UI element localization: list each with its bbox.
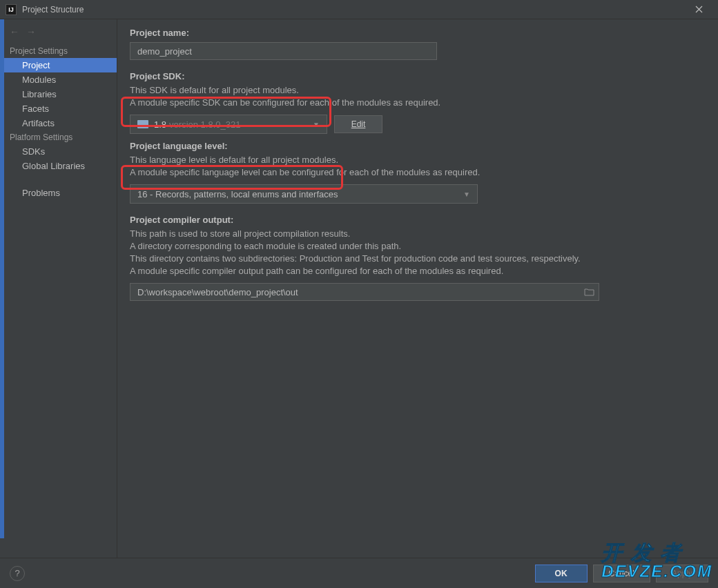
sidebar: ← → Project Settings Project Modules Lib… — [0, 19, 117, 558]
browse-folder-button[interactable] — [584, 288, 595, 296]
sidebar-item-artifacts[interactable]: Artifacts — [0, 116, 117, 130]
folder-icon — [137, 120, 148, 128]
language-level-label: Project language level: — [130, 141, 706, 151]
sidebar-item-sdks[interactable]: SDKs — [0, 144, 117, 159]
compiler-output-label: Project compiler output: — [130, 215, 706, 225]
main-panel: Project name: Project SDK: This SDK is d… — [117, 19, 718, 558]
sdk-version: version 1.8.0_321 — [169, 119, 240, 130]
apply-button[interactable]: Apply — [656, 565, 708, 582]
sidebar-section-platform-settings: Platform Settings — [0, 130, 117, 144]
sidebar-item-libraries[interactable]: Libraries — [0, 87, 117, 101]
ok-button[interactable]: OK — [535, 565, 588, 582]
close-icon — [695, 6, 703, 13]
project-name-label: Project name: — [130, 28, 706, 38]
edit-sdk-button[interactable]: Edit — [334, 115, 382, 133]
sidebar-item-facets[interactable]: Facets — [0, 101, 117, 116]
back-button[interactable]: ← — [10, 26, 19, 37]
titlebar: IJ Project Structure — [0, 0, 718, 19]
sidebar-item-global-libraries[interactable]: Global Libraries — [0, 159, 117, 173]
sdk-name: 1.8 — [154, 119, 166, 130]
language-level-desc-2: A module specific language level can be … — [130, 166, 706, 179]
compiler-output-input[interactable] — [130, 283, 599, 301]
project-sdk-desc-1: This SDK is default for all project modu… — [130, 84, 706, 97]
content-area: ← → Project Settings Project Modules Lib… — [0, 19, 718, 558]
folder-open-icon — [584, 288, 595, 296]
close-button[interactable] — [685, 0, 712, 19]
sidebar-item-modules[interactable]: Modules — [0, 72, 117, 87]
language-level-value: 16 - Records, patterns, local enums and … — [137, 189, 338, 199]
compiler-output-desc-1: This path is used to store all project c… — [130, 228, 706, 240]
sidebar-section-project-settings: Project Settings — [0, 44, 117, 58]
left-accent-strip — [0, 19, 4, 538]
compiler-output-desc-4: A module specific compiler output path c… — [130, 265, 706, 277]
project-sdk-dropdown[interactable]: 1.8 version 1.8.0_321 ▼ — [130, 115, 327, 134]
project-sdk-desc-2: A module specific SDK can be configured … — [130, 97, 706, 109]
chevron-down-icon: ▼ — [463, 190, 470, 198]
help-button[interactable]: ? — [10, 566, 25, 581]
app-icon: IJ — [6, 4, 17, 15]
button-bar: ? OK Cancel Apply — [0, 558, 718, 588]
language-level-dropdown[interactable]: 16 - Records, patterns, local enums and … — [130, 184, 478, 204]
window-title: Project Structure — [22, 5, 84, 14]
compiler-output-desc-3: This directory contains two subdirectori… — [130, 253, 706, 265]
project-sdk-label: Project SDK: — [130, 71, 706, 81]
cancel-button[interactable]: Cancel — [593, 565, 650, 582]
forward-button[interactable]: → — [26, 26, 36, 37]
sidebar-item-problems[interactable]: Problems — [0, 186, 117, 200]
compiler-output-desc-2: A directory corresponding to each module… — [130, 240, 706, 253]
nav-arrows: ← → — [0, 23, 117, 44]
chevron-down-icon: ▼ — [313, 121, 320, 128]
language-level-desc-1: This language level is default for all p… — [130, 154, 706, 166]
sidebar-item-project[interactable]: Project — [0, 58, 117, 72]
project-name-input[interactable] — [130, 42, 437, 60]
